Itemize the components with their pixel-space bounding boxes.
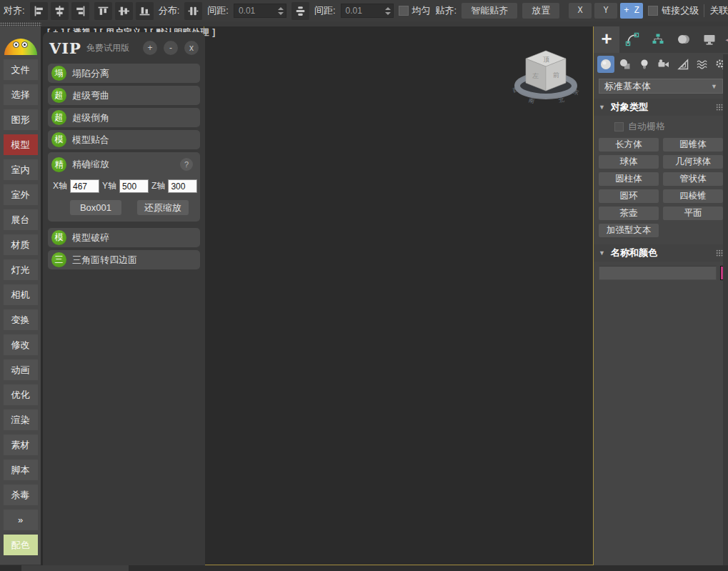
axis-x-button[interactable]: X bbox=[569, 3, 592, 19]
distribute-vertical-button[interactable] bbox=[184, 2, 202, 20]
shapes-icon bbox=[619, 58, 632, 71]
align-middle-horizontal-button[interactable] bbox=[115, 2, 133, 20]
sidebar-item-transform[interactable]: 变换 bbox=[4, 309, 38, 330]
place-button[interactable]: 放置 bbox=[522, 3, 559, 19]
sphere-button[interactable]: 球体 bbox=[599, 155, 659, 169]
tab-display[interactable] bbox=[697, 26, 722, 53]
cylinder-button[interactable]: 圆柱体 bbox=[599, 172, 659, 186]
torus-button[interactable]: 圆环 bbox=[599, 189, 659, 203]
align-top-button[interactable] bbox=[94, 2, 112, 20]
motion-icon bbox=[677, 32, 691, 46]
sidebar-item-shape[interactable]: 图形 bbox=[4, 109, 38, 130]
chevron-down-icon: ▼ bbox=[711, 83, 717, 90]
display-icon bbox=[702, 32, 717, 46]
spacing2-spinner[interactable]: 0.01 bbox=[341, 4, 394, 18]
left-sidebar: 文件 选择 图形 模型 室内 室外 展台 材质 灯光 相机 变换 修改 动画 优… bbox=[0, 26, 41, 565]
expand-button[interactable]: + bbox=[143, 41, 157, 55]
text-plus-button[interactable]: 加强型文本 bbox=[599, 224, 659, 237]
align-right-icon bbox=[74, 5, 86, 17]
perspective-viewport[interactable]: 西 东 南 北 顶 左 前 bbox=[204, 26, 594, 565]
plane-button[interactable]: 平面 bbox=[663, 207, 723, 220]
sidebar-item-select[interactable]: 选择 bbox=[4, 84, 38, 105]
link-parent-checkbox[interactable] bbox=[648, 6, 658, 16]
category-space-warps[interactable] bbox=[694, 56, 711, 73]
collapse-separate-button[interactable]: 塌 塌陷分离 bbox=[48, 64, 200, 83]
teapot-button[interactable]: 茶壶 bbox=[599, 207, 659, 220]
tab-modify[interactable] bbox=[619, 26, 645, 53]
category-lights[interactable] bbox=[636, 56, 653, 73]
viewcube-front-label: 前 bbox=[553, 71, 559, 79]
model-fracture-button[interactable]: 模 模型破碎 bbox=[48, 228, 200, 247]
tab-hierarchy[interactable] bbox=[645, 26, 671, 53]
z-axis-input[interactable] bbox=[168, 179, 197, 193]
smart-snap-button[interactable]: 智能贴齐 bbox=[462, 3, 517, 19]
y-axis-input[interactable] bbox=[119, 179, 149, 193]
category-geometry[interactable] bbox=[597, 56, 614, 73]
tab-create[interactable]: + bbox=[594, 26, 619, 53]
sidebar-item-material[interactable]: 材质 bbox=[4, 234, 38, 255]
object-name-button[interactable]: Box001 bbox=[70, 200, 121, 215]
tri-to-quad-badge-icon: 三 bbox=[51, 252, 66, 267]
precise-scale-section: 精 精确缩放 ? X轴 Y轴 Z轴 Box001 还原缩放 bbox=[48, 152, 200, 222]
uniform-checkbox[interactable] bbox=[399, 6, 409, 16]
geosphere-button[interactable]: 几何球体 bbox=[663, 155, 723, 169]
sidebar-item-assets[interactable]: 素材 bbox=[4, 435, 38, 455]
align-left-button[interactable] bbox=[30, 2, 48, 20]
sidebar-item-camera[interactable]: 相机 bbox=[4, 284, 38, 305]
object-name-input[interactable] bbox=[599, 266, 717, 280]
spinner-arrows-icon[interactable] bbox=[278, 7, 284, 15]
distribute-horizontal-icon bbox=[294, 5, 306, 17]
align-bottom-icon bbox=[139, 5, 151, 17]
z-axis-label: Z轴 bbox=[151, 180, 165, 192]
sidebar-item-booth[interactable]: 展台 bbox=[4, 209, 38, 230]
sidebar-item-interior[interactable]: 室内 bbox=[4, 159, 38, 180]
spacing2-label: 间距: bbox=[314, 4, 336, 17]
sidebar-item-file[interactable]: 文件 bbox=[4, 59, 38, 80]
name-color-rollout-header[interactable]: ▼ 名称和颜色 bbox=[594, 244, 728, 262]
category-shapes[interactable] bbox=[617, 56, 634, 73]
category-cameras[interactable] bbox=[655, 56, 672, 73]
sidebar-item-modify[interactable]: 修改 bbox=[4, 334, 38, 355]
super-chamfer-button[interactable]: 超 超级倒角 bbox=[48, 108, 200, 127]
sidebar-item-animation[interactable]: 动画 bbox=[4, 359, 38, 380]
spacing1-spinner[interactable]: 0.01 bbox=[234, 4, 286, 18]
minimize-button[interactable]: - bbox=[164, 41, 178, 55]
cone-button[interactable]: 圆锥体 bbox=[663, 138, 723, 152]
pyramid-button[interactable]: 四棱锥 bbox=[663, 189, 723, 203]
spinner-arrows-icon[interactable] bbox=[385, 7, 391, 15]
close-button[interactable]: x bbox=[184, 41, 199, 55]
help-button[interactable]: ? bbox=[180, 158, 193, 171]
align-center-vertical-button[interactable] bbox=[51, 2, 69, 20]
scroll-left-icon[interactable]: ◄ bbox=[722, 26, 728, 53]
tab-motion[interactable] bbox=[671, 26, 697, 53]
sidebar-item-more[interactable]: » bbox=[4, 510, 38, 530]
sidebar-item-model[interactable]: 模型 bbox=[4, 134, 38, 155]
sidebar-item-color-scheme[interactable]: 配色 bbox=[4, 535, 38, 555]
model-fit-button[interactable]: 模 模型贴合 bbox=[48, 130, 200, 149]
restore-scale-button[interactable]: 还原缩放 bbox=[137, 200, 189, 215]
box-button[interactable]: 长方体 bbox=[599, 138, 659, 152]
object-type-rollout-header[interactable]: ▼ 对象类型 bbox=[594, 99, 728, 116]
viewcube[interactable]: 西 东 南 北 顶 左 前 bbox=[510, 42, 582, 105]
align-bottom-button[interactable] bbox=[136, 2, 154, 20]
align-right-button[interactable] bbox=[71, 2, 89, 20]
autogrid-checkbox[interactable] bbox=[614, 122, 624, 131]
distribute-horizontal-button[interactable] bbox=[291, 2, 309, 20]
panel-scroll-strip[interactable] bbox=[723, 54, 728, 571]
axis-y-button[interactable]: Y bbox=[594, 3, 617, 19]
sidebar-item-exterior[interactable]: 室外 bbox=[4, 184, 38, 205]
sidebar-item-light[interactable]: 灯光 bbox=[4, 259, 38, 280]
x-axis-input[interactable] bbox=[70, 179, 99, 193]
sidebar-item-optimize[interactable]: 优化 bbox=[4, 384, 38, 405]
category-helpers[interactable] bbox=[674, 56, 692, 73]
vip-panel-header[interactable]: VIP 免费试用版 + - x bbox=[49, 37, 199, 59]
sidebar-item-antivirus[interactable]: 杀毒 bbox=[4, 485, 38, 505]
tri-to-quad-button[interactable]: 三 三角面转四边面 bbox=[48, 250, 200, 269]
tube-button[interactable]: 管状体 bbox=[663, 172, 723, 186]
axis-z-button[interactable]: + Z bbox=[620, 3, 643, 19]
super-bend-button[interactable]: 超 超级弯曲 bbox=[48, 86, 200, 105]
grip-icon bbox=[716, 249, 723, 257]
sidebar-item-script[interactable]: 脚本 bbox=[4, 460, 38, 480]
sidebar-item-render[interactable]: 渲染 bbox=[4, 409, 38, 430]
object-category-dropdown[interactable]: 标准基本体 ▼ bbox=[599, 79, 723, 94]
